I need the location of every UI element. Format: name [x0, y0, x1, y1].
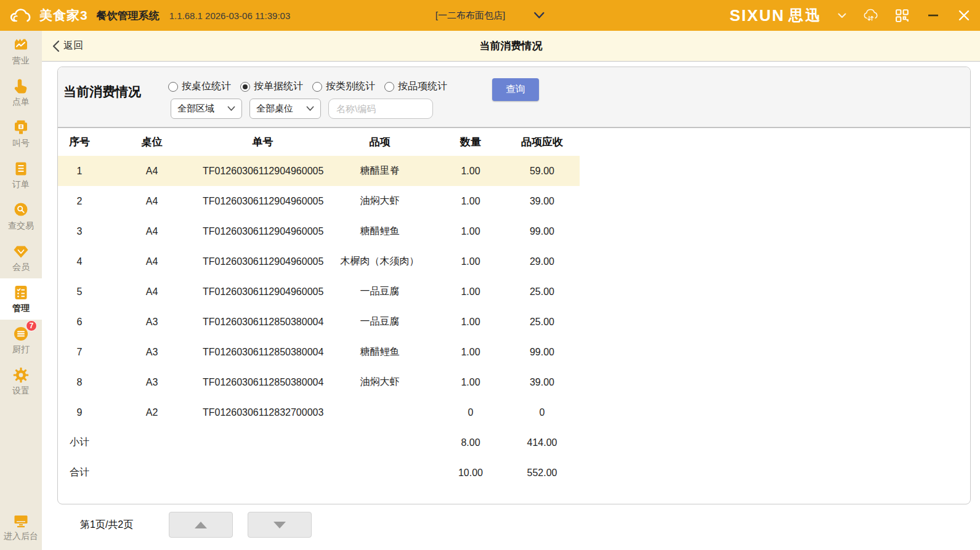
table-cell: A4 — [101, 226, 203, 237]
column-header: 桌位 — [101, 135, 203, 149]
sidebar-item-kitchen-print[interactable]: 7厨打 — [0, 320, 42, 361]
table-cell: 1.00 — [437, 286, 504, 297]
table-cell: 3 — [58, 226, 101, 237]
radio-option[interactable]: 按单据统计 — [240, 80, 303, 93]
order-icon — [12, 78, 30, 95]
table-cell: 4 — [58, 256, 101, 267]
table-cell: A4 — [101, 196, 203, 207]
table-row[interactable]: 4A4TF01260306112904960005木樨肉（木须肉）1.0029.… — [58, 246, 580, 277]
store-selector[interactable]: [一二布布面包店] — [435, 0, 545, 31]
table-cell: 合计 — [58, 466, 101, 479]
table-cell: 1.00 — [437, 166, 504, 177]
page-indicator: 第1页/共2页 — [80, 519, 133, 532]
table-cell: A4 — [101, 256, 203, 267]
sidebar-item-orders[interactable]: 订单 — [0, 155, 42, 196]
table-cell: 0 — [504, 407, 580, 418]
sidebar-item-label: 会员 — [12, 262, 30, 273]
table-row[interactable]: 1A4TF01260306112904960005糖醋里脊1.0059.00 — [58, 156, 580, 186]
table-cell: 木樨肉（木须肉） — [323, 255, 437, 268]
table-row[interactable]: 7A3TF01260306112850380004糖醋鲤鱼1.0099.00 — [58, 337, 580, 367]
pagination: 第1页/共2页 — [57, 512, 980, 538]
table-select[interactable]: 全部桌位 — [249, 99, 321, 119]
table-row[interactable]: 8A3TF01260306112850380004油焖大虾1.0039.00 — [58, 367, 580, 397]
triangle-up-icon — [195, 522, 207, 528]
table-cell: 2 — [58, 196, 101, 207]
sidebar-item-transactions[interactable]: 查交易 — [0, 196, 42, 237]
version-info: 1.1.68.1 2026-03-06 11:39:03 — [169, 10, 291, 21]
table-cell: 1.00 — [437, 377, 504, 388]
filter-controls: 全部区域 全部桌位 — [171, 99, 433, 119]
table-cell: 小计 — [58, 436, 101, 449]
minimize-button[interactable] — [926, 8, 941, 23]
sidebar-item-label: 进入后台 — [4, 531, 38, 542]
area-select[interactable]: 全部区域 — [171, 99, 242, 119]
table-row[interactable]: 9A2TF0126030611283270000300 — [58, 397, 580, 427]
table-cell: 1.00 — [437, 317, 504, 328]
chevron-down-icon — [533, 12, 545, 19]
table-cell: TF01260306112904960005 — [203, 226, 323, 237]
table-row[interactable]: 3A4TF01260306112904960005糖醋鲤鱼1.0099.00 — [58, 216, 580, 246]
table-cell: TF01260306112832700003 — [203, 407, 323, 418]
table-cell: 10.00 — [437, 467, 504, 479]
name-code-input[interactable] — [328, 99, 433, 119]
table-row[interactable]: 5A4TF01260306112904960005一品豆腐1.0025.00 — [58, 277, 580, 307]
table-cell: 1.00 — [437, 256, 504, 267]
radio-option[interactable]: 按类别统计 — [312, 80, 375, 93]
close-button[interactable] — [957, 8, 971, 23]
table-cell: TF01260306112850380004 — [203, 377, 323, 388]
call-number-icon: 8 — [12, 119, 30, 136]
member-icon — [12, 243, 30, 260]
cloud-sync-icon[interactable] — [862, 8, 878, 23]
radio-circle-icon — [168, 82, 178, 92]
sidebar-item-order[interactable]: 点单 — [0, 72, 42, 113]
radio-option[interactable]: 按桌位统计 — [168, 80, 231, 93]
qr-code-icon[interactable] — [894, 8, 910, 23]
sidebar-item-label: 设置 — [12, 386, 30, 397]
table-cell: 1.00 — [437, 226, 504, 237]
table-cell: 39.00 — [504, 196, 580, 207]
sidebar-item-settings[interactable]: 设置 — [0, 361, 42, 402]
svg-text:8: 8 — [20, 124, 22, 129]
table-cell: 6 — [58, 317, 101, 328]
cloud-logo-icon — [9, 6, 33, 25]
query-button[interactable]: 查询 — [492, 78, 539, 101]
table-cell: 1.00 — [437, 196, 504, 207]
table-cell: TF01260306112904960005 — [203, 256, 323, 267]
brand-chevron-down-icon[interactable] — [838, 13, 846, 18]
table-cell: 29.00 — [504, 256, 580, 267]
orders-icon — [12, 160, 30, 177]
table-cell: TF01260306112850380004 — [203, 317, 323, 328]
sidebar-item-manage[interactable]: 管理 — [0, 278, 42, 320]
column-header: 品项应收 — [504, 135, 580, 149]
table-row[interactable]: 2A4TF01260306112904960005油焖大虾1.0039.00 — [58, 186, 580, 216]
sidebar-item-business[interactable]: 营业 — [0, 31, 42, 72]
sidebar-item-member[interactable]: 会员 — [0, 237, 42, 278]
table-cell: TF01260306112904960005 — [203, 286, 323, 297]
radio-option[interactable]: 按品项统计 — [384, 80, 447, 93]
table-row[interactable]: 6A3TF01260306112850380004一品豆腐1.0025.00 — [58, 307, 580, 337]
radio-label: 按桌位统计 — [182, 80, 231, 93]
table-cell: 414.00 — [504, 437, 580, 448]
chevron-down-icon — [306, 106, 314, 111]
table-header-row: 序号桌位单号品项数量品项应收 — [58, 128, 580, 156]
column-header: 序号 — [58, 135, 101, 149]
sixun-brand-logo: SIXUN思迅 — [730, 6, 822, 25]
page-header: 返回 当前消费情况 — [42, 31, 980, 62]
store-name: [一二布布面包店] — [435, 10, 505, 22]
page-down-button[interactable] — [248, 512, 312, 538]
sidebar-item-backend[interactable]: 进入后台 — [0, 509, 42, 550]
back-button[interactable]: 返回 — [52, 39, 83, 52]
sidebar-item-call-number[interactable]: 8叫号 — [0, 113, 42, 155]
sidebar-item-label: 管理 — [12, 303, 30, 314]
radio-circle-icon — [240, 82, 250, 92]
triangle-down-icon — [273, 522, 286, 528]
page-up-button[interactable] — [169, 512, 233, 538]
table-cell: 8 — [58, 377, 101, 388]
statistic-mode-radio-group: 按桌位统计按单据统计按类别统计按品项统计 — [168, 80, 447, 93]
column-header: 品项 — [323, 135, 437, 149]
table-cell: 糖醋鲤鱼 — [323, 225, 437, 238]
filter-section: 当前消费情况 按桌位统计按单据统计按类别统计按品项统计 全部区域 全部桌位 — [58, 67, 970, 128]
sidebar-item-label: 厨打 — [12, 344, 30, 355]
consumption-panel: 当前消费情况 按桌位统计按单据统计按类别统计按品项统计 全部区域 全部桌位 — [57, 67, 971, 504]
top-bar: 美食家3 餐饮管理系统 1.1.68.1 2026-03-06 11:39:03… — [0, 0, 980, 31]
